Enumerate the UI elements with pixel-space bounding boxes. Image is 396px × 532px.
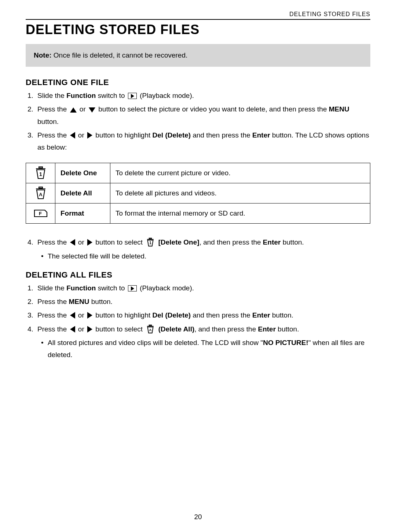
text: switch to	[96, 92, 126, 99]
right-arrow-icon	[87, 312, 92, 319]
left-arrow-icon	[70, 239, 75, 246]
format-icon: F	[33, 208, 48, 219]
left-arrow-icon	[70, 326, 75, 333]
delete-all-icon: A	[34, 186, 48, 200]
text: button.	[270, 311, 293, 319]
step: Press the or button to highlight Del (De…	[35, 129, 370, 154]
up-arrow-icon	[70, 107, 77, 113]
substeps: All stored pictures and video clips will…	[37, 337, 370, 361]
table-row: 1 Delete One To delete the current pictu…	[26, 163, 370, 183]
text-bold: NO PICTURE!	[263, 339, 308, 346]
text: button to highlight	[94, 311, 153, 319]
text: Press the	[37, 298, 69, 305]
playback-icon	[128, 285, 137, 291]
cell-desc: To delete all pictures and videos.	[110, 183, 370, 203]
svg-rect-3	[39, 187, 43, 188]
cell-label: Delete One	[55, 163, 110, 183]
steps-delete-all: Slide the Function switch to (Playback m…	[26, 282, 370, 361]
step: Slide the Function switch to (Playback m…	[35, 282, 370, 294]
text: button.	[89, 298, 113, 305]
text: button.	[276, 325, 299, 333]
text: switch to	[96, 284, 126, 292]
text-bold: (Delete All)	[158, 325, 195, 333]
left-arrow-icon	[70, 132, 75, 139]
text-bold: Enter	[263, 238, 281, 246]
note-prefix: Note:	[34, 51, 52, 59]
svg-text:A: A	[39, 192, 43, 197]
text-bold: MENU	[329, 105, 349, 113]
substep: The selected file will be deleted.	[48, 250, 370, 262]
header-rule	[26, 19, 370, 20]
text: button to select	[94, 325, 144, 333]
text-bold: Del (Delete)	[153, 131, 191, 139]
text: or	[76, 131, 86, 139]
right-arrow-icon	[87, 326, 92, 333]
text-bold: Function	[66, 92, 96, 99]
note-box: Note: Once file is deleted, it cannot be…	[26, 44, 370, 67]
text: (Playback mode).	[138, 92, 194, 99]
text: and then press the	[191, 131, 252, 139]
text: button to select the picture or video yo…	[96, 105, 329, 113]
text: button.	[280, 238, 304, 246]
text: button to select	[94, 238, 144, 246]
text: Press the	[37, 131, 69, 139]
page-title: DELETING STORED FILES	[26, 22, 370, 37]
text: Slide the	[37, 92, 66, 99]
text: button to highlight	[94, 131, 153, 139]
steps-delete-one: Slide the Function switch to (Playback m…	[26, 89, 370, 153]
text-bold: Enter	[258, 325, 276, 333]
text: , and then press the	[194, 325, 258, 333]
svg-text:1: 1	[39, 171, 42, 177]
step: Press the or button to select A (Delete …	[35, 323, 370, 361]
delete-all-icon: A	[146, 324, 155, 334]
right-arrow-icon	[87, 239, 92, 246]
text: Slide the	[37, 284, 66, 292]
section-heading-delete-all: DELETING ALL FILES	[26, 270, 370, 280]
text: or	[76, 325, 86, 333]
svg-text:A: A	[149, 328, 152, 332]
page-number: 20	[0, 513, 396, 521]
text: Press the	[37, 311, 69, 319]
cell-label: Delete All	[55, 183, 110, 203]
cell-label: Format	[55, 203, 110, 224]
delete-one-icon: 1	[146, 238, 155, 247]
cell-icon: F	[26, 203, 55, 224]
svg-text:1: 1	[150, 241, 152, 245]
text: button.	[37, 118, 59, 125]
cell-icon: A	[26, 183, 55, 203]
text-bold: Function	[66, 284, 96, 292]
svg-rect-10	[149, 325, 152, 326]
svg-rect-0	[39, 167, 43, 168]
step: Press the or button to select the pictur…	[35, 103, 370, 128]
cell-icon: 1	[26, 163, 55, 183]
text: Press the	[37, 238, 69, 246]
text-bold: MENU	[69, 298, 89, 305]
cell-desc: To delete the current picture or video.	[110, 163, 370, 183]
text: All stored pictures and video clips will…	[48, 339, 263, 346]
svg-rect-7	[149, 238, 152, 239]
text-bold: Enter	[252, 131, 270, 139]
step: Press the MENU button.	[35, 296, 370, 308]
svg-text:F: F	[39, 211, 42, 216]
delete-one-icon: 1	[34, 166, 48, 180]
text-bold: Enter	[252, 311, 270, 319]
down-arrow-icon	[89, 107, 95, 113]
section-heading-delete-one: DELETING ONE FILE	[26, 78, 370, 87]
text-bold: [Delete One]	[158, 238, 199, 246]
text: or	[76, 311, 86, 319]
steps-delete-one-cont: Press the or button to select 1 [Delete …	[26, 236, 370, 262]
text: Press the	[37, 325, 69, 333]
text: (Playback mode).	[138, 284, 194, 292]
substep: All stored pictures and video clips will…	[48, 337, 370, 361]
text: or	[78, 105, 88, 113]
step: Press the or button to highlight Del (De…	[35, 309, 370, 321]
right-arrow-icon	[87, 132, 92, 139]
substeps: The selected file will be deleted.	[37, 250, 370, 262]
text: , and then press the	[199, 238, 263, 246]
left-arrow-icon	[70, 312, 75, 319]
table-row: F Format To format the internal memory o…	[26, 203, 370, 224]
text: and then press the	[191, 311, 252, 319]
running-header: DELETING STORED FILES	[26, 11, 370, 19]
text-bold: Del (Delete)	[153, 311, 191, 319]
note-body: Once file is deleted, it cannot be recov…	[52, 51, 188, 59]
